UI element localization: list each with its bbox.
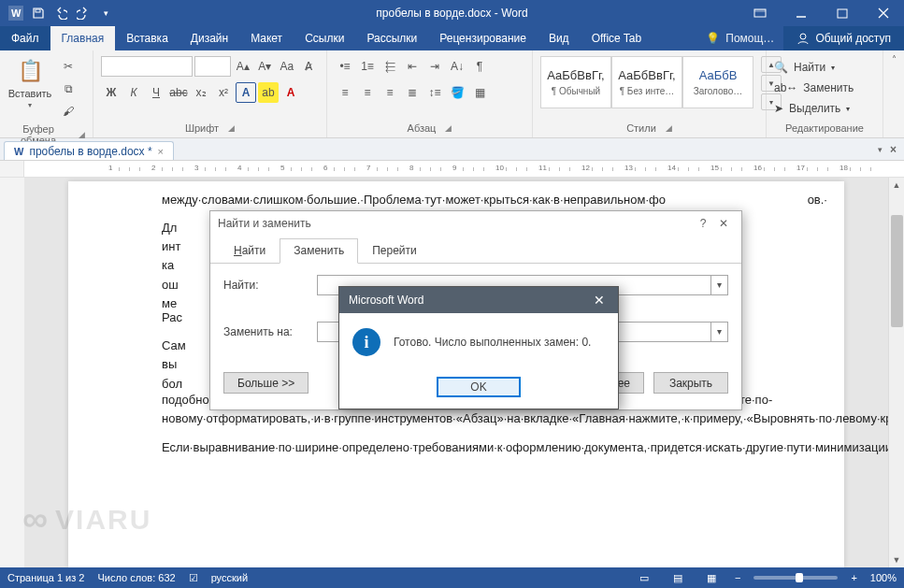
vertical-scrollbar[interactable]: ▲ ▼ [888,178,904,567]
body-text: Рас [162,310,182,324]
zoom-in-button[interactable]: + [851,572,856,583]
chevron-down-icon[interactable]: ▾ [710,323,727,341]
share-button[interactable]: Общий доступ [783,26,904,50]
close-icon[interactable]: ✕ [581,293,618,308]
qa-customize-icon[interactable]: ▾ [95,3,116,23]
tab-find[interactable]: Найти [220,238,280,264]
read-mode-icon[interactable]: ▭ [634,569,654,586]
close-dialog-button[interactable]: Закрыть [653,372,728,394]
style-no-spacing[interactable]: АаБбВвГг,¶ Без инте… [611,56,682,108]
sort-icon[interactable]: A↓ [447,56,467,77]
subscript-button[interactable]: x₂ [191,82,211,103]
zoom-out-button[interactable]: − [735,572,740,583]
tab-design[interactable]: Дизайн [179,26,239,50]
save-icon[interactable] [28,3,49,23]
style-heading[interactable]: АаБбВЗаголово… [682,56,753,108]
cut-icon[interactable]: ✂ [58,56,79,77]
tab-review[interactable]: Рецензирование [428,26,538,50]
paste-button[interactable]: 📋 Вставить ▾ [7,56,52,122]
scroll-up-icon[interactable]: ▲ [889,178,904,193]
help-icon[interactable]: ? [693,217,713,230]
dec-indent-icon[interactable]: ⇤ [402,56,423,77]
align-left-icon[interactable]: ≡ [335,82,355,103]
tab-references[interactable]: Ссылки [294,26,355,50]
tabbar-close-icon[interactable]: × [890,143,897,156]
tabbar-dropdown-icon[interactable]: ▾ [878,145,882,154]
tell-me[interactable]: 💡 Помощ… [696,26,783,50]
dialog-titlebar[interactable]: Найти и заменить ? ✕ [210,211,741,236]
inc-indent-icon[interactable]: ⇥ [424,56,445,77]
print-layout-icon[interactable]: ▤ [667,569,688,586]
multilevel-icon[interactable]: ⬱ [380,56,400,77]
ribbon-display-icon[interactable] [739,0,781,26]
replace-label: Заменить на: [223,325,309,338]
text-effects-icon[interactable]: A [236,82,256,103]
web-layout-icon[interactable]: ▦ [701,569,722,586]
justify-icon[interactable]: ≣ [402,82,423,103]
dialog-launcher-icon[interactable]: ◢ [79,130,85,139]
dialog-launcher-icon[interactable]: ◢ [228,123,235,133]
superscript-button[interactable]: x² [213,82,234,103]
tab-layout[interactable]: Макет [239,26,294,50]
tab-office-tab[interactable]: Office Tab [581,26,653,50]
line-spacing-icon[interactable]: ↕≡ [424,82,445,103]
message-box-titlebar[interactable]: Microsoft Word ✕ [339,287,618,313]
scroll-thumb[interactable] [891,215,903,327]
format-painter-icon[interactable]: 🖌 [58,101,79,122]
underline-button[interactable]: Ч [146,82,166,103]
font-name-input[interactable] [101,56,193,77]
show-paragraph-icon[interactable]: ¶ [469,56,490,77]
bullets-icon[interactable]: •≡ [335,56,355,77]
grow-font-icon[interactable]: A▴ [233,56,253,77]
vertical-ruler[interactable] [0,178,24,567]
language-status[interactable]: русский [211,572,248,583]
spellcheck-icon[interactable]: ☑ [189,572,198,584]
tab-file[interactable]: Файл [0,26,50,50]
page-count[interactable]: Страница 1 из 2 [7,572,84,583]
close-tab-icon[interactable]: × [158,146,164,157]
document-tab[interactable]: W пробелы в ворде.docx * × [4,141,174,160]
horizontal-ruler[interactable]: 123456789101112131415161718 [24,161,904,177]
borders-icon[interactable]: ▦ [469,82,490,103]
font-size-input[interactable] [194,56,231,77]
zoom-level[interactable]: 100% [870,572,897,583]
align-center-icon[interactable]: ≡ [357,82,378,103]
clear-format-icon[interactable]: A̷ [299,56,320,77]
tab-home[interactable]: Главная [50,26,116,50]
select-button[interactable]: ➤Выделить▾ [774,99,854,118]
strike-button[interactable]: abc [168,82,189,103]
more-button[interactable]: Больше >> [223,372,309,394]
collapse-ribbon-icon[interactable]: ˄ [883,50,904,137]
highlight-icon[interactable]: ab [258,82,279,103]
scroll-down-icon[interactable]: ▼ [889,552,904,567]
undo-icon[interactable] [50,3,71,23]
redo-icon[interactable] [73,3,93,23]
minimize-button[interactable] [781,0,822,26]
ok-button[interactable]: OK [437,377,521,397]
shading-icon[interactable]: 🪣 [447,82,467,103]
replace-button[interactable]: ab↔Заменить [774,79,854,97]
change-case-icon[interactable]: Aa [277,56,297,77]
maximize-button[interactable] [822,0,863,26]
dialog-launcher-icon[interactable]: ◢ [666,123,672,133]
chevron-down-icon[interactable]: ▾ [710,276,727,294]
close-button[interactable] [863,0,904,26]
numbering-icon[interactable]: 1≡ [357,56,378,77]
italic-button[interactable]: К [123,82,144,103]
bold-button[interactable]: Ж [101,82,122,103]
tab-replace[interactable]: Заменить [280,238,358,264]
close-icon[interactable]: ✕ [713,217,734,230]
font-color-icon[interactable]: A [280,82,301,103]
shrink-font-icon[interactable]: A▾ [254,56,275,77]
zoom-slider[interactable] [753,576,838,580]
word-count[interactable]: Число слов: 632 [97,572,175,583]
tab-view[interactable]: Вид [538,26,581,50]
tab-goto[interactable]: Перейти [358,238,431,264]
style-normal[interactable]: АаБбВвГг,¶ Обычный [540,56,611,108]
copy-icon[interactable]: ⧉ [58,79,79,99]
find-button[interactable]: 🔍Найти▾ [774,58,854,77]
tab-insert[interactable]: Вставка [115,26,179,50]
align-right-icon[interactable]: ≡ [380,82,400,103]
dialog-launcher-icon[interactable]: ◢ [445,123,452,133]
tab-mailings[interactable]: Рассылки [355,26,428,50]
